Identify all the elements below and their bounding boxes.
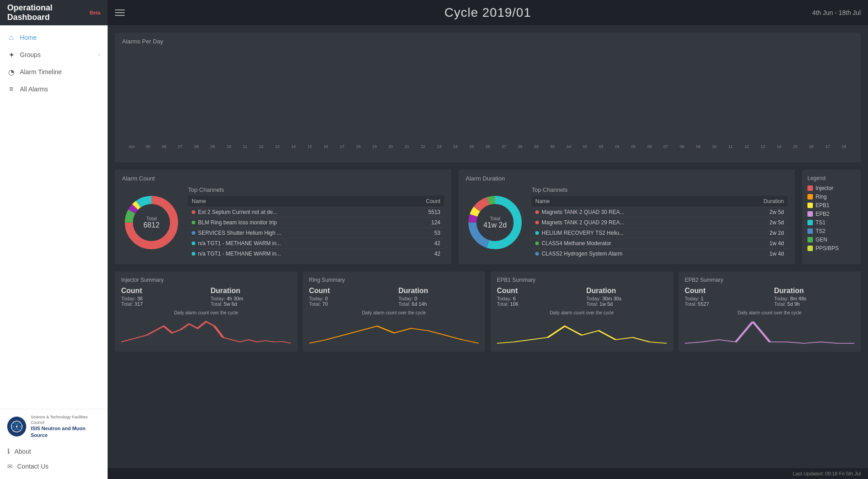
x-label: 09 bbox=[690, 144, 706, 149]
legend-label: Injector bbox=[816, 185, 833, 191]
legend-label: PPS/BPS bbox=[816, 245, 839, 251]
col-count: Count bbox=[397, 196, 444, 207]
x-label: 14 bbox=[286, 144, 302, 149]
dur-header: Duration bbox=[774, 287, 854, 295]
x-label: 16 bbox=[803, 144, 819, 149]
sidebar-header: Operational Dashboard Beta bbox=[0, 0, 108, 25]
bar-chart-container: Jun0506070809101112131415161718192021222… bbox=[122, 48, 854, 157]
sidebar: Operational Dashboard Beta ⌂ Home ✦ Grou… bbox=[0, 0, 108, 479]
alarm-count-title: Alarm Count bbox=[122, 175, 444, 182]
x-label: 15 bbox=[788, 144, 803, 149]
summary-title: EPB2 Summary bbox=[685, 277, 855, 283]
x-label: 15 bbox=[302, 144, 318, 149]
x-label: 18 bbox=[836, 144, 852, 149]
table-row: HELIUM RECOVERY TS2 Heliu...2w 2d bbox=[532, 228, 788, 238]
alarms-per-day-section: Alarms Per Day Jun0506070809101112131415… bbox=[115, 33, 861, 162]
x-label: 07 bbox=[172, 144, 188, 149]
legend-color bbox=[807, 228, 813, 234]
sidebar-item-all-alarms[interactable]: ≡ All Alarms bbox=[0, 81, 108, 98]
nav-label-groups: Groups bbox=[20, 51, 41, 58]
count-total-row: Total: 317 bbox=[121, 301, 202, 307]
hamburger-menu[interactable] bbox=[115, 9, 125, 16]
legend-item: EPB1 bbox=[807, 202, 855, 209]
main-content: Cycle 2019/01 4th Jun - 18th Jul Alarms … bbox=[108, 0, 868, 479]
summary-stats: Count Today: 1 Total: 5527 Duration Toda… bbox=[685, 287, 855, 307]
dur-total-row: Total: 5w 6d bbox=[211, 301, 291, 307]
home-icon: ⌂ bbox=[7, 33, 15, 42]
cycle-title: Cycle 2019/01 bbox=[444, 5, 531, 20]
legend-item: EPB2 bbox=[807, 211, 855, 217]
isis-name: ISIS Neutron and Muon Source bbox=[31, 425, 100, 438]
alarm-count-label: Total 6812 bbox=[143, 216, 160, 229]
legend-label: GEN bbox=[816, 237, 827, 243]
isis-logo bbox=[7, 417, 26, 436]
nav-label-all-alarms: All Alarms bbox=[20, 85, 48, 93]
count-total-row: Total: 5527 bbox=[685, 301, 765, 307]
dur-today-row: Today: 4h 30m bbox=[211, 296, 291, 301]
legend-label: TS2 bbox=[816, 228, 826, 234]
mini-chart-title: Daily alarm count over the cycle bbox=[685, 310, 855, 315]
x-label: 08 bbox=[674, 144, 690, 149]
count-today-row: Today: 0 bbox=[309, 296, 390, 301]
count-header: Count bbox=[121, 287, 202, 295]
middle-section: Alarm Count Total 6812 Top Channels bbox=[115, 170, 861, 264]
bar-chart bbox=[122, 48, 854, 143]
sidebar-item-home[interactable]: ⌂ Home bbox=[0, 29, 108, 46]
nav-label-alarm-timeline: Alarm Timeline bbox=[20, 68, 62, 76]
legend-item: GEN bbox=[807, 237, 855, 243]
about-link[interactable]: ℹ About bbox=[7, 444, 100, 459]
summary-title: Ring Summary bbox=[309, 277, 479, 283]
alarm-duration-table: Name Duration Magnets TANK 2 QUAD 30 REA… bbox=[532, 196, 788, 259]
alarm-count-donut-area: Total 6812 Top Channels Name Count bbox=[122, 186, 444, 259]
count-today-row: Today: 6 bbox=[497, 296, 577, 301]
stat-dur-col: Duration Today: 0 Total: 6d 14h bbox=[398, 287, 479, 307]
x-label: 13 bbox=[755, 144, 771, 149]
x-label: 10 bbox=[707, 144, 722, 149]
x-label: 11 bbox=[722, 144, 738, 149]
x-label: 04 bbox=[609, 144, 625, 149]
table-row: CLASS4 Methane Moderator1w 4d bbox=[532, 238, 788, 249]
summary-stats: Count Today: 6 Total: 106 Duration Today… bbox=[497, 287, 667, 307]
sidebar-item-groups[interactable]: ✦ Groups ‹ bbox=[0, 46, 108, 63]
sidebar-beta: Beta bbox=[90, 10, 100, 15]
stat-count-col: Count Today: 0 Total: 70 bbox=[309, 287, 390, 307]
mail-icon: ✉ bbox=[7, 463, 13, 470]
sidebar-title: Operational Dashboard bbox=[7, 3, 84, 22]
summaries-section: Injector Summary Count Today: 36 Total: … bbox=[115, 271, 861, 352]
count-total-row: Total: 70 bbox=[309, 301, 390, 307]
legend-color bbox=[807, 220, 813, 225]
x-label: 27 bbox=[496, 144, 512, 149]
mini-chart-epb2: Daily alarm count over the cycle bbox=[685, 310, 855, 346]
content-area: Alarms Per Day Jun0506070809101112131415… bbox=[108, 25, 868, 468]
isis-logo-area: Science & Technology Facilities Council … bbox=[7, 415, 100, 438]
col-name-count: Name bbox=[188, 196, 397, 207]
alarm-count-table: Name Count Ext 2 Septum Current not at d… bbox=[188, 196, 444, 259]
count-total-row: Total: 106 bbox=[497, 301, 577, 307]
sidebar-nav: ⌂ Home ✦ Groups ‹ ◔ Alarm Timeline ≡ All… bbox=[0, 25, 108, 409]
dur-total-row: Total: 6d 14h bbox=[398, 301, 479, 307]
dur-today-row: Today: 0 bbox=[398, 296, 479, 301]
x-label: 20 bbox=[383, 144, 399, 149]
x-label: 17 bbox=[334, 144, 350, 149]
dur-header: Duration bbox=[586, 287, 667, 295]
x-label: 25 bbox=[464, 144, 480, 149]
x-label: 17 bbox=[820, 144, 835, 149]
x-label: 24 bbox=[448, 144, 463, 149]
contact-link[interactable]: ✉ Contact Us bbox=[7, 459, 100, 474]
summary-stats: Count Today: 36 Total: 317 Duration Toda… bbox=[121, 287, 291, 307]
legend-item: Injector bbox=[807, 185, 855, 191]
x-label: 12 bbox=[253, 144, 269, 149]
table-row: CLASS2 Hydrogen System Alarm1w 4d bbox=[532, 249, 788, 259]
sidebar-item-alarm-timeline[interactable]: ◔ Alarm Timeline bbox=[0, 63, 108, 81]
x-label: 06 bbox=[642, 144, 658, 149]
count-today-row: Today: 36 bbox=[121, 296, 202, 301]
x-label: 10 bbox=[221, 144, 237, 149]
about-label: About bbox=[14, 448, 31, 455]
alarm-count-channels: Top Channels Name Count Ext 2 Septum Cur… bbox=[188, 186, 444, 259]
alarm-duration-title: Alarm Duration bbox=[466, 175, 788, 182]
x-label: 16 bbox=[318, 144, 334, 149]
count-header: Count bbox=[497, 287, 577, 295]
nav-label-home: Home bbox=[20, 34, 37, 41]
dur-today-row: Today: 30m 30s bbox=[586, 296, 667, 301]
stat-dur-col: Duration Today: 8m 48s Total: 5d 9h bbox=[774, 287, 854, 307]
